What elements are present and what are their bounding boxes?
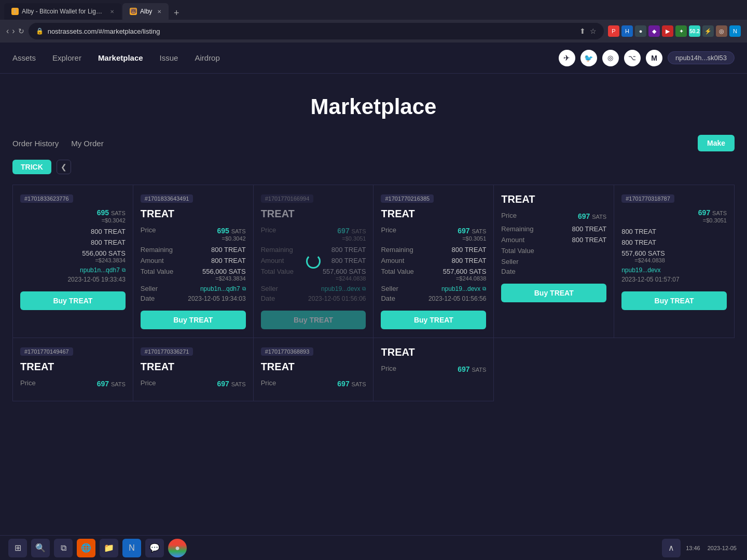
tabs-row: Order History My Order Make — [12, 135, 735, 151]
tab-1[interactable]: ₿ Alby - Bitcoin Wallet for Lightnin... … — [4, 3, 121, 20]
bookmark-icon[interactable]: ☆ — [590, 27, 597, 35]
loading-overlay-3 — [254, 185, 374, 338]
taskbar-right: ∧ 13:46 2023-12-05 — [662, 539, 739, 557]
copy-icon-2[interactable]: ⧉ — [242, 286, 246, 292]
price-label-2: Price — [141, 226, 156, 234]
amount-label-2: Amount — [141, 257, 164, 264]
total-label-2: Total Value — [141, 268, 173, 282]
my-order-tab[interactable]: My Order — [71, 137, 104, 150]
amount-value-1: 800 TREAT — [91, 239, 126, 246]
price-sats-6: 697 SATS — [698, 208, 727, 217]
twitter-icon[interactable]: 🐦 — [580, 50, 597, 66]
back-button[interactable]: ‹ — [6, 26, 9, 36]
search-button[interactable]: 🔍 — [31, 539, 50, 557]
ext-1[interactable]: P — [608, 25, 619, 37]
total-sats-1: 556,000 SATS — [82, 249, 126, 257]
chrome-btn[interactable]: ● — [168, 539, 187, 557]
ext-2[interactable]: H — [621, 25, 633, 37]
tab-2[interactable]: 🐻 Alby ✕ — [122, 3, 169, 20]
total-label-4: Total Value — [381, 268, 413, 282]
ext-8[interactable]: ⚡ — [702, 25, 714, 37]
copy-icon-1[interactable]: ⧉ — [122, 267, 126, 273]
nav-issue[interactable]: Issue — [160, 53, 178, 62]
make-order-button[interactable]: Make — [698, 135, 735, 151]
ext-10[interactable]: N — [729, 25, 741, 37]
buy-button-4[interactable]: Buy TREAT — [381, 311, 486, 329]
date-label-2: Date — [141, 295, 155, 302]
seller-addr-2: npub1n...qdh7 ⧉ — [200, 285, 246, 292]
refresh-button[interactable]: ↻ — [18, 27, 24, 35]
start-button[interactable]: ⊞ — [8, 539, 27, 557]
tab-2-close[interactable]: ✕ — [157, 9, 161, 15]
url-text: nostrassets.com/#/marketplace/listing — [48, 27, 160, 35]
listing-card-8: #1701770336271 TREAT Price 697 SATS — [133, 338, 254, 401]
buy-button-2[interactable]: Buy TREAT — [141, 311, 246, 329]
listing-card-9: #1701770368893 TREAT Price 697 SATS — [254, 338, 374, 401]
ext-3[interactable]: ● — [635, 25, 646, 37]
total-usd-4: =$244.0838 — [443, 275, 487, 282]
buy-button-1[interactable]: Buy TREAT — [20, 291, 126, 310]
new-tab-button[interactable]: + — [170, 6, 183, 20]
github-icon[interactable]: ⌥ — [624, 50, 641, 66]
nostr-icon[interactable]: ◎ — [602, 50, 619, 66]
seller-addr-6: npub19...devx — [621, 267, 660, 274]
edge-browser[interactable]: 🌐 — [77, 539, 95, 557]
remaining-label-5: Remaining — [501, 225, 533, 233]
wallet-address[interactable]: npub14h...sk0l53 — [668, 51, 735, 64]
listing-card-10: TREAT Price 697 SATS — [374, 338, 494, 401]
order-history-tab[interactable]: Order History — [12, 137, 59, 150]
buy-button-5[interactable]: Buy TREAT — [501, 284, 606, 302]
nav-airdrop[interactable]: Airdrop — [195, 53, 219, 62]
filter-arrow-button[interactable]: ❮ — [57, 160, 71, 174]
forward-button[interactable]: › — [12, 26, 15, 36]
taskbar-hidden-icons[interactable]: ∧ — [662, 539, 681, 557]
taskbar-date: 2023-12-05 — [706, 545, 739, 551]
price-sats-2: 695 SATS — [217, 227, 245, 235]
address-bar[interactable]: 🔒 nostrassets.com/#/marketplace/listing … — [29, 23, 604, 39]
telegram-icon[interactable]: ✈ — [559, 50, 575, 66]
taskview-button[interactable]: ⧉ — [54, 539, 73, 557]
ext-9[interactable]: ◎ — [716, 25, 727, 37]
seller-label-2: Seller — [141, 285, 158, 292]
amount-label-5: Amount — [501, 236, 524, 244]
amount-value-2: 800 TREAT — [211, 257, 246, 264]
listing-grid: #1701833623776 695 SATS =$0.3042 800 TRE… — [12, 185, 735, 401]
listing-card-1: #1701833623776 695 SATS =$0.3042 800 TRE… — [13, 185, 133, 338]
tab-2-title: Alby — [140, 8, 152, 15]
remaining-value-5: 800 TREAT — [572, 225, 606, 233]
price-label-4: Price — [381, 226, 396, 234]
trick-filter-badge[interactable]: TRICK — [12, 160, 51, 174]
date-value-1: 2023-12-05 19:33:43 — [67, 276, 125, 283]
main-content: Marketplace Order History My Order Make … — [0, 74, 747, 401]
amount-value-5: 800 TREAT — [572, 236, 606, 244]
nav-explorer[interactable]: Explorer — [52, 53, 81, 62]
nav-marketplace[interactable]: Marketplace — [98, 53, 143, 62]
listing-card-6: #1701770318787 697 SATS =$0.3051 800 TRE… — [614, 185, 735, 338]
chat-btn[interactable]: 💬 — [145, 539, 164, 557]
taskbar-time: 13:46 — [684, 545, 702, 551]
ext-5[interactable]: ▶ — [662, 25, 673, 37]
ext-6[interactable]: ✦ — [675, 25, 687, 37]
listing-card-2: #1701833643491 TREAT Price 695 SATS =$0.… — [133, 185, 254, 338]
price-sats-4: 697 SATS — [458, 227, 486, 235]
remaining-value-6: 800 TREAT — [621, 228, 656, 235]
ext-4[interactable]: ◆ — [648, 25, 660, 37]
file-explorer[interactable]: 📁 — [100, 539, 118, 557]
price-label-10: Price — [381, 365, 396, 372]
share-icon[interactable]: ⬆ — [579, 27, 586, 35]
listing-id-6: #1701770318787 — [621, 194, 674, 203]
buy-button-6[interactable]: Buy TREAT — [621, 291, 727, 310]
taskbar-left: ⊞ 🔍 ⧉ 🌐 📁 N 💬 ● — [8, 539, 187, 557]
tab-1-close[interactable]: ✕ — [110, 9, 114, 15]
onenote-btn[interactable]: N — [122, 539, 141, 557]
medium-icon[interactable]: M — [646, 50, 662, 66]
copy-icon-4[interactable]: ⧉ — [482, 286, 486, 292]
nav-assets[interactable]: Assets — [12, 53, 36, 62]
remaining-label-2: Remaining — [141, 246, 173, 254]
amount-value-6: 800 TREAT — [621, 239, 656, 246]
listing-id-2: #1701833643491 — [141, 194, 193, 203]
asset-name-5: TREAT — [501, 193, 606, 205]
ext-7[interactable]: 50.2 — [689, 25, 700, 37]
date-value-4: 2023-12-05 01:56:56 — [428, 295, 486, 302]
listing-card-7: #1701770149467 TREAT Price 697 SATS — [13, 338, 133, 401]
